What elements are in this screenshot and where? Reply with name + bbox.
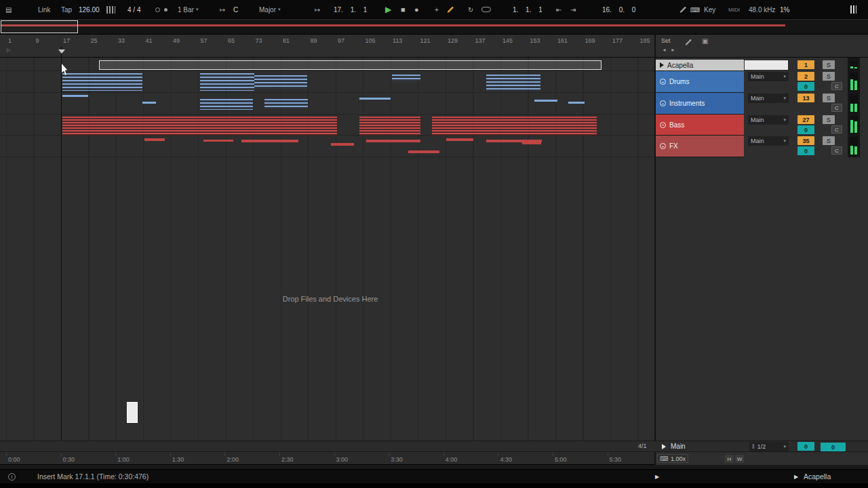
- play-button[interactable]: ▶: [385, 0, 391, 19]
- clip-instruments[interactable]: [62, 95, 88, 97]
- time-signature-field[interactable]: 4 / 4: [127, 0, 140, 19]
- key-root-field[interactable]: C: [233, 0, 238, 19]
- link-button[interactable]: Link: [38, 0, 50, 19]
- grid-interval-selector[interactable]: ‖1/2▾: [749, 442, 789, 451]
- metronome-icon[interactable]: [155, 0, 167, 19]
- optimize-height-button[interactable]: H: [725, 455, 734, 463]
- unfold-icon[interactable]: [660, 100, 666, 106]
- punch-in-icon[interactable]: ⇤: [556, 0, 561, 19]
- clip-instruments[interactable]: [142, 102, 156, 104]
- clip-drums[interactable]: [200, 73, 254, 91]
- clip-instruments[interactable]: [359, 98, 391, 100]
- automation-reenable-icon[interactable]: ↻: [468, 0, 473, 19]
- time-ruler[interactable]: 0:000:301:001:302:002:303:003:304:004:30…: [0, 453, 654, 465]
- playhead[interactable]: [61, 46, 62, 465]
- key-map-button[interactable]: Key: [704, 0, 715, 19]
- scroll-right-icon[interactable]: ▶: [655, 474, 659, 480]
- clip-fx[interactable]: [366, 140, 420, 142]
- clip-drums[interactable]: [62, 73, 142, 91]
- unfold-icon[interactable]: [660, 143, 666, 149]
- follow-icon[interactable]: ↦: [220, 0, 225, 19]
- output-routing-selector[interactable]: Main▾: [748, 94, 789, 103]
- master-track-name[interactable]: Main: [671, 443, 686, 450]
- dragged-clip[interactable]: [127, 402, 138, 423]
- overview-zoom-window[interactable]: [1, 20, 78, 33]
- clip-instruments[interactable]: [200, 99, 253, 110]
- draw-mode-button[interactable]: [446, 0, 454, 19]
- track-title-drums[interactable]: Drums: [656, 71, 744, 92]
- channel-number-box[interactable]: 1: [797, 60, 814, 69]
- crossfader-box[interactable]: 0: [821, 443, 846, 451]
- loop-toggle-icon[interactable]: [481, 0, 491, 19]
- new-button[interactable]: +: [435, 0, 439, 19]
- zoom-readout[interactable]: ⌨ 1.00x: [657, 454, 688, 463]
- clip-fx[interactable]: [144, 138, 165, 141]
- output-routing-selector[interactable]: Main▾: [748, 136, 789, 146]
- solo-button[interactable]: S: [823, 136, 835, 145]
- pan-value-box[interactable]: 0: [797, 82, 814, 91]
- next-marker-icon[interactable]: ►: [671, 47, 675, 52]
- track-rename-field[interactable]: [745, 60, 788, 70]
- menu-icon[interactable]: ▤: [5, 0, 12, 19]
- clip-bass[interactable]: [359, 117, 420, 136]
- track-title-instruments[interactable]: Instruments: [656, 93, 744, 114]
- solo-button[interactable]: S: [823, 60, 835, 69]
- fold-icon[interactable]: [660, 62, 664, 68]
- clip-fx[interactable]: [446, 138, 473, 141]
- clip-instruments[interactable]: [534, 100, 557, 102]
- clip-fx[interactable]: [203, 140, 233, 142]
- clip-bass[interactable]: [62, 117, 337, 136]
- output-routing-selector[interactable]: Main▾: [748, 115, 789, 125]
- clip-drums[interactable]: [254, 75, 307, 89]
- arrangement-position-field[interactable]: 17. 1. 1: [334, 0, 367, 19]
- arrangement-overview[interactable]: [0, 20, 868, 35]
- channel-number-box[interactable]: 13: [797, 94, 814, 102]
- draw-icon[interactable]: [679, 0, 687, 19]
- set-marker-button[interactable]: Set: [661, 37, 671, 44]
- clip-fx[interactable]: [408, 150, 439, 153]
- crossfade-assign-button[interactable]: C: [831, 82, 842, 90]
- crossfade-assign-button[interactable]: C: [831, 146, 842, 155]
- clip-fx[interactable]: [241, 140, 298, 142]
- channel-number-box[interactable]: 35: [797, 136, 814, 145]
- pan-value-box[interactable]: 0: [797, 146, 814, 155]
- record-button[interactable]: ●: [414, 0, 419, 19]
- clip-instruments[interactable]: [264, 99, 308, 108]
- insert-marker-icon[interactable]: [58, 49, 65, 54]
- arrangement-grid[interactable]: [0, 58, 654, 441]
- tap-tempo-button[interactable]: Tap: [61, 0, 72, 19]
- stop-button[interactable]: ■: [401, 0, 406, 19]
- crossfade-assign-button[interactable]: C: [831, 104, 842, 112]
- clip-bass[interactable]: [432, 117, 597, 136]
- clip-acapella[interactable]: [99, 60, 601, 70]
- clip-drums[interactable]: [486, 75, 540, 91]
- track-title-acapella[interactable]: Acapella: [656, 60, 744, 70]
- master-pan-box[interactable]: 0: [797, 442, 814, 451]
- punch-out-icon[interactable]: ⇥: [570, 0, 576, 19]
- loop-start-field[interactable]: 1. 1. 1: [513, 0, 542, 19]
- loop-start-marker-icon[interactable]: ▷: [7, 47, 10, 53]
- clip-fx[interactable]: [331, 143, 354, 146]
- clip-fx[interactable]: [522, 142, 541, 144]
- midi-map-button[interactable]: MIDI: [728, 0, 740, 19]
- unfold-icon[interactable]: [660, 79, 666, 85]
- solo-button[interactable]: S: [823, 72, 835, 81]
- solo-button[interactable]: S: [823, 94, 835, 102]
- beat-time-ruler[interactable]: 1917253341495765738189971051131211291371…: [0, 35, 868, 58]
- solo-button[interactable]: S: [823, 115, 835, 124]
- lock-envelopes-icon[interactable]: ▣: [702, 37, 708, 45]
- arrangement-follow-icon[interactable]: ↦: [315, 0, 320, 19]
- marker-draw-icon[interactable]: [684, 37, 692, 45]
- scale-menu[interactable]: Major▾: [259, 0, 281, 19]
- unfold-icon[interactable]: [660, 122, 666, 128]
- channel-number-box[interactable]: 27: [797, 115, 814, 124]
- computer-midi-keyboard-icon[interactable]: ⌨: [690, 0, 700, 19]
- tempo-field[interactable]: 126.00: [79, 0, 100, 19]
- clip-instruments[interactable]: [568, 102, 585, 104]
- quantize-menu[interactable]: 1 Bar▾: [178, 0, 198, 19]
- track-title-bass[interactable]: Bass: [656, 115, 744, 135]
- selected-clip-play-icon[interactable]: ▶: [794, 474, 798, 480]
- clip-drums[interactable]: [392, 75, 420, 81]
- optimize-width-button[interactable]: W: [735, 455, 744, 463]
- fold-icon[interactable]: [662, 444, 666, 449]
